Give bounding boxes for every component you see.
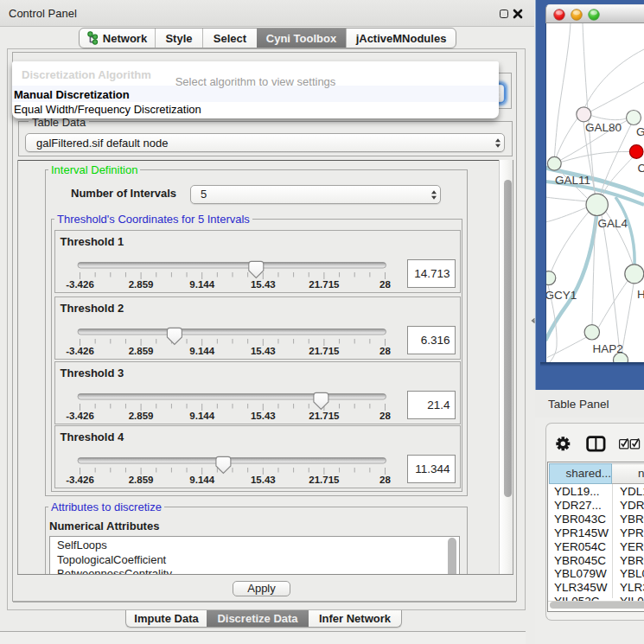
svg-text:28: 28 — [379, 346, 391, 356]
svg-text:28: 28 — [379, 279, 391, 290]
svg-text:-3.426: -3.426 — [66, 279, 94, 290]
svg-text:21.715: 21.715 — [309, 475, 340, 485]
svg-text:GAL4: GAL4 — [598, 217, 628, 230]
svg-text:2.859: 2.859 — [128, 411, 153, 421]
svg-text:C: C — [638, 162, 644, 175]
svg-text:21.715: 21.715 — [309, 346, 340, 356]
svg-text:21.715: 21.715 — [309, 279, 340, 290]
svg-text:15.43: 15.43 — [250, 475, 275, 485]
svg-text:-3.426: -3.426 — [66, 346, 94, 356]
svg-text:9.144: 9.144 — [189, 346, 214, 356]
svg-text:-3.426: -3.426 — [66, 411, 94, 421]
svg-text:GA: GA — [636, 125, 644, 138]
svg-text:9.144: 9.144 — [189, 411, 214, 421]
svg-text:15.43: 15.43 — [250, 346, 275, 356]
svg-text:2.859: 2.859 — [128, 346, 153, 356]
svg-text:9.144: 9.144 — [189, 475, 214, 485]
svg-text:21.715: 21.715 — [309, 411, 340, 421]
svg-text:2.859: 2.859 — [128, 279, 153, 290]
svg-text:HAP2: HAP2 — [593, 342, 623, 355]
svg-text:-3.426: -3.426 — [66, 475, 94, 485]
svg-text:H: H — [637, 288, 644, 301]
svg-text:GAL80: GAL80 — [585, 121, 622, 134]
svg-text:GCY1: GCY1 — [545, 289, 577, 302]
svg-text:28: 28 — [379, 475, 391, 485]
svg-text:28: 28 — [379, 411, 391, 421]
svg-text:15.43: 15.43 — [250, 411, 275, 421]
svg-text:2.859: 2.859 — [128, 475, 153, 485]
svg-text:GAL11: GAL11 — [555, 174, 590, 187]
svg-text:15.43: 15.43 — [250, 279, 275, 290]
svg-text:9.144: 9.144 — [189, 279, 214, 290]
